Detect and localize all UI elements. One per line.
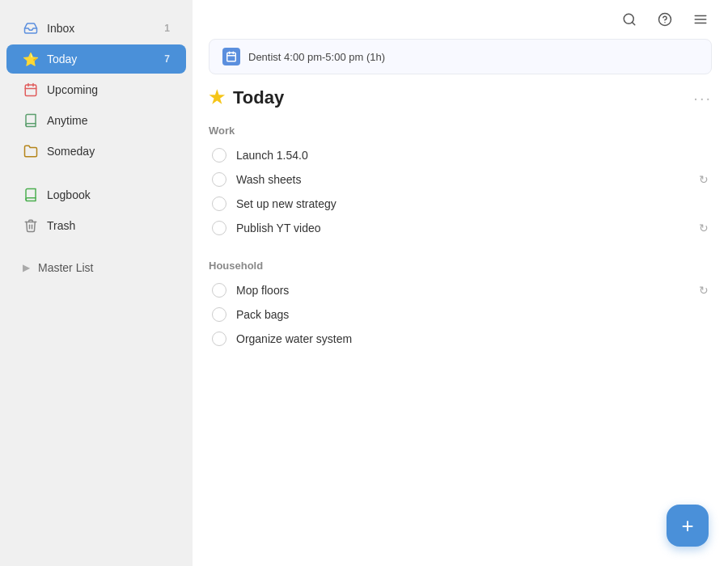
menu-button[interactable] [689,8,712,31]
more-options-button[interactable]: ··· [693,89,712,108]
task-item[interactable]: Publish YT video ↻ [209,216,712,240]
sidebar-item-upcoming[interactable]: Upcoming [6,75,186,104]
task-label: Launch 1.54.0 [236,149,709,162]
sidebar-item-trash[interactable]: Trash [6,211,186,240]
search-button[interactable] [618,8,641,31]
svg-rect-0 [25,85,36,96]
sidebar-item-today-label: Today [47,53,164,65]
repeat-icon: ↻ [699,173,709,186]
sidebar-item-someday-label: Someday [47,145,170,158]
task-checkbox[interactable] [212,172,226,187]
add-task-button[interactable]: + [667,505,709,547]
task-checkbox[interactable] [212,332,226,346]
task-label: Pack bags [236,308,709,321]
star-icon: ★ [209,87,225,108]
task-checkbox[interactable] [212,283,226,298]
task-item[interactable]: Launch 1.54.0 [209,143,712,167]
svg-rect-11 [227,53,236,61]
task-item[interactable]: Organize water system [209,327,712,351]
task-label: Wash sheets [236,173,692,186]
task-item[interactable]: Set up new strategy [209,192,712,216]
sidebar-item-today[interactable]: ⭐ Today 7 [6,44,186,74]
sidebar: Inbox 1 ⭐ Today 7 Upcoming Anytime Somed… [0,0,193,566]
today-icon: ⭐ [23,51,39,67]
repeat-icon: ↻ [699,284,709,297]
work-section: Work Launch 1.54.0 Wash sheets ↻ Set up … [209,125,712,240]
sidebar-item-inbox-label: Inbox [47,22,164,35]
task-item[interactable]: Wash sheets ↻ [209,167,712,192]
calendar-icon [222,48,240,65]
page-header: ★ Today ··· [209,87,712,108]
upcoming-icon [23,82,39,98]
household-section-title: Household [209,260,712,272]
sidebar-item-someday[interactable]: Someday [6,137,186,166]
task-label: Organize water system [236,332,709,345]
master-list-label: Master List [38,261,93,274]
task-label: Set up new strategy [236,197,709,210]
svg-line-5 [632,22,634,24]
sidebar-item-logbook-label: Logbook [47,188,170,201]
someday-icon [23,143,39,159]
repeat-icon: ↻ [699,222,709,234]
topbar [193,0,728,39]
work-section-title: Work [209,125,712,137]
sidebar-item-master-list[interactable]: ▶ Master List [6,255,186,281]
anytime-icon [23,112,39,129]
today-badge: 7 [164,53,170,65]
calendar-event-banner[interactable]: Dentist 4:00 pm-5:00 pm (1h) [209,39,712,74]
sidebar-item-logbook[interactable]: Logbook [6,180,186,209]
task-checkbox[interactable] [212,307,226,322]
task-checkbox[interactable] [212,196,226,211]
household-section: Household Mop floors ↻ Pack bags Organiz… [209,260,712,351]
logbook-icon [23,187,39,203]
help-button[interactable] [654,8,676,31]
main-content: Dentist 4:00 pm-5:00 pm (1h) ★ Today ···… [193,0,728,566]
inbox-badge: 1 [164,23,170,34]
sidebar-item-anytime-label: Anytime [47,114,170,127]
sidebar-item-inbox[interactable]: Inbox 1 [6,14,186,43]
task-checkbox[interactable] [212,221,226,235]
calendar-event-text: Dentist 4:00 pm-5:00 pm (1h) [248,51,385,63]
task-label: Mop floors [236,284,692,297]
chevron-right-icon: ▶ [23,262,30,273]
trash-icon [23,218,39,234]
today-content: ★ Today ··· Work Launch 1.54.0 Wash shee… [193,87,728,566]
sidebar-item-upcoming-label: Upcoming [47,83,170,96]
sidebar-item-anytime[interactable]: Anytime [6,106,186,135]
page-title-text: Today [233,87,284,108]
sidebar-item-trash-label: Trash [47,219,170,232]
task-label: Publish YT video [236,222,692,234]
page-title: ★ Today [209,87,284,108]
inbox-icon [23,20,39,36]
task-item[interactable]: Pack bags [209,302,712,327]
task-item[interactable]: Mop floors ↻ [209,278,712,302]
task-checkbox[interactable] [212,148,226,163]
